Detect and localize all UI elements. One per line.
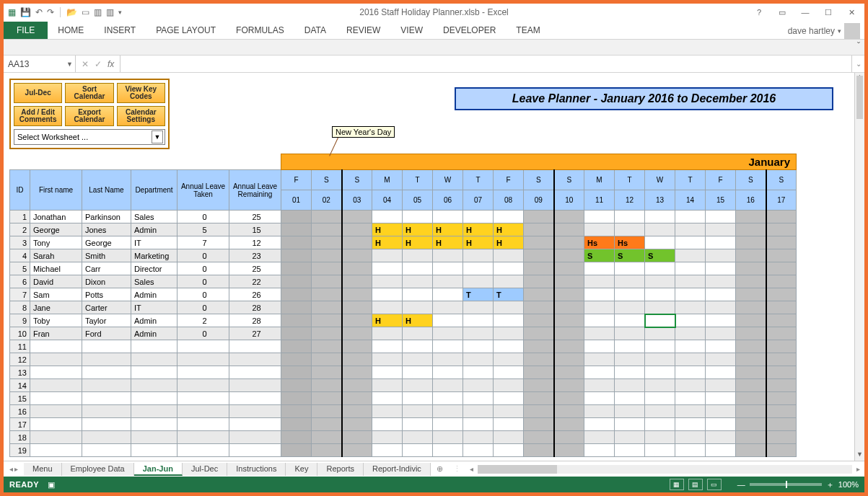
empty-row[interactable]: 14 bbox=[10, 379, 797, 392]
calendar-cell[interactable] bbox=[675, 236, 706, 249]
calendar-cell[interactable] bbox=[766, 223, 797, 236]
name-box[interactable]: AA13 ▼ bbox=[4, 56, 76, 72]
calendar-cell[interactable] bbox=[403, 405, 433, 418]
tab-developer[interactable]: DEVELOPER bbox=[433, 22, 506, 39]
calendar-cell[interactable] bbox=[736, 340, 766, 353]
tab-page-layout[interactable]: PAGE LAYOUT bbox=[146, 22, 226, 39]
calendar-cell[interactable] bbox=[342, 288, 372, 301]
calendar-cell[interactable] bbox=[494, 431, 524, 444]
calendar-cell[interactable] bbox=[281, 314, 312, 327]
empty-row[interactable]: 16 bbox=[10, 405, 797, 418]
calendar-cell[interactable] bbox=[463, 211, 494, 223]
calendar-cell[interactable] bbox=[433, 211, 463, 223]
cancel-formula-icon[interactable]: ✕ bbox=[82, 59, 89, 69]
calendar-cell[interactable] bbox=[372, 431, 403, 444]
calendar-cell[interactable] bbox=[675, 353, 706, 366]
calendar-cell[interactable] bbox=[736, 366, 766, 379]
calendar-cell[interactable] bbox=[524, 366, 554, 379]
calendar-cell[interactable] bbox=[403, 431, 433, 444]
calendar-cell[interactable] bbox=[584, 353, 615, 366]
calendar-cell[interactable] bbox=[433, 366, 463, 379]
calendar-cell[interactable] bbox=[554, 314, 584, 327]
calendar-cell[interactable] bbox=[675, 211, 706, 223]
calendar-cell[interactable] bbox=[766, 379, 797, 392]
calendar-cell[interactable] bbox=[342, 301, 372, 314]
tab-formulas[interactable]: FORMULAS bbox=[226, 22, 294, 39]
calendar-cell[interactable] bbox=[615, 327, 645, 340]
calendar-cell[interactable] bbox=[524, 301, 554, 314]
calendar-cell[interactable] bbox=[312, 275, 342, 288]
calendar-cell[interactable] bbox=[584, 288, 615, 301]
calendar-cell[interactable] bbox=[494, 301, 524, 314]
calendar-cell[interactable] bbox=[645, 314, 675, 327]
calendar-cell[interactable] bbox=[433, 301, 463, 314]
calendar-cell[interactable] bbox=[675, 418, 706, 431]
staff-row[interactable]: 1JonathanParkinsonSales025 bbox=[10, 211, 797, 223]
calendar-cell[interactable] bbox=[524, 392, 554, 405]
calendar-cell[interactable] bbox=[403, 353, 433, 366]
calendar-cell[interactable] bbox=[615, 262, 645, 275]
staff-row[interactable]: 9TobyTaylorAdmin228HH bbox=[10, 314, 797, 327]
collapse-ribbon-icon[interactable]: ˇ bbox=[857, 41, 860, 51]
sheet-tab[interactable]: Menu bbox=[24, 463, 62, 476]
calendar-cell[interactable]: H bbox=[494, 223, 524, 236]
tab-home[interactable]: HOME bbox=[48, 22, 94, 39]
calendar-cell[interactable] bbox=[736, 249, 766, 262]
calendar-cell[interactable] bbox=[463, 366, 494, 379]
calendar-cell[interactable] bbox=[766, 301, 797, 314]
calendar-cell[interactable] bbox=[736, 444, 766, 457]
calendar-cell[interactable] bbox=[736, 405, 766, 418]
calendar-cell[interactable] bbox=[494, 340, 524, 353]
calendar-cell[interactable] bbox=[584, 379, 615, 392]
calendar-cell[interactable] bbox=[736, 301, 766, 314]
calendar-cell[interactable] bbox=[281, 379, 312, 392]
sheet-tab[interactable]: Employee Data bbox=[62, 463, 134, 476]
calendar-cell[interactable] bbox=[615, 314, 645, 327]
calendar-settings-button[interactable]: Calendar Settings bbox=[117, 106, 165, 126]
calendar-cell[interactable] bbox=[554, 431, 584, 444]
juldec-button[interactable]: Jul-Dec bbox=[14, 83, 62, 103]
calendar-cell[interactable] bbox=[645, 418, 675, 431]
calendar-cell[interactable] bbox=[736, 236, 766, 249]
calendar-cell[interactable] bbox=[524, 353, 554, 366]
calendar-cell[interactable] bbox=[675, 314, 706, 327]
calendar-cell[interactable] bbox=[433, 444, 463, 457]
zoom-out-icon[interactable]: — bbox=[737, 480, 745, 489]
calendar-cell[interactable] bbox=[645, 236, 675, 249]
calendar-cell[interactable] bbox=[554, 249, 584, 262]
calendar-cell[interactable]: H bbox=[403, 314, 433, 327]
user-account[interactable]: dave hartley ▾ bbox=[788, 23, 860, 39]
empty-row[interactable]: 12 bbox=[10, 353, 797, 366]
calendar-cell[interactable] bbox=[433, 392, 463, 405]
calendar-cell[interactable]: H bbox=[403, 236, 433, 249]
calendar-cell[interactable] bbox=[281, 262, 312, 275]
calendar-cell[interactable] bbox=[554, 236, 584, 249]
calendar-cell[interactable] bbox=[403, 288, 433, 301]
calendar-cell[interactable] bbox=[554, 444, 584, 457]
calendar-cell[interactable] bbox=[645, 262, 675, 275]
calendar-cell[interactable] bbox=[615, 444, 645, 457]
redo-icon[interactable]: ↷ bbox=[47, 7, 54, 17]
calendar-cell[interactable] bbox=[736, 353, 766, 366]
calendar-cell[interactable] bbox=[766, 327, 797, 340]
close-icon[interactable]: ✕ bbox=[841, 5, 862, 19]
minimize-icon[interactable]: — bbox=[795, 5, 815, 19]
calendar-cell[interactable] bbox=[766, 211, 797, 223]
calendar-cell[interactable] bbox=[645, 431, 675, 444]
calendar-cell[interactable] bbox=[675, 340, 706, 353]
calendar-cell[interactable] bbox=[403, 444, 433, 457]
calendar-cell[interactable] bbox=[312, 418, 342, 431]
calendar-cell[interactable] bbox=[342, 444, 372, 457]
calendar-cell[interactable] bbox=[281, 327, 312, 340]
staff-row[interactable]: 3TonyGeorgeIT712HHHHHHsHs bbox=[10, 236, 797, 249]
calendar-cell[interactable] bbox=[342, 431, 372, 444]
calendar-cell[interactable]: S bbox=[584, 249, 615, 262]
calendar-cell[interactable] bbox=[766, 444, 797, 457]
calendar-cell[interactable] bbox=[736, 275, 766, 288]
calendar-cell[interactable] bbox=[463, 392, 494, 405]
select-worksheet-dropdown[interactable]: Select Worksheet ... ▼ bbox=[14, 129, 165, 145]
calendar-cell[interactable]: S bbox=[645, 249, 675, 262]
calendar-cell[interactable] bbox=[584, 314, 615, 327]
calendar-cell[interactable] bbox=[524, 262, 554, 275]
calendar-cell[interactable] bbox=[645, 211, 675, 223]
